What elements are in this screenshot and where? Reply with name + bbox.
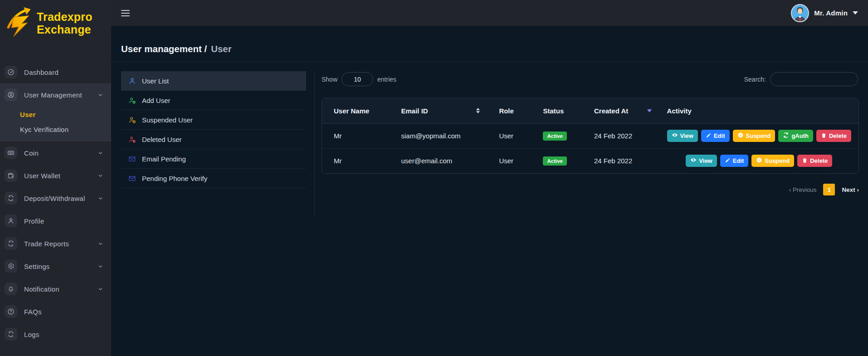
cell-activity: View Edit Suspend	[667, 123, 858, 148]
chevron-down-icon	[97, 240, 104, 247]
person-icon	[5, 215, 17, 227]
sidebar-group-user-management: User Management User Kyc Verification	[0, 83, 111, 141]
submenu-item-suspended-user[interactable]: Suspended User	[121, 110, 306, 130]
user-table-panel: Show 10 entries Search: User Name	[314, 71, 859, 216]
pencil-icon	[706, 132, 712, 140]
dashboard-icon	[5, 66, 17, 78]
show-label: Show	[322, 76, 337, 83]
sidebar-item-settings[interactable]: Settings	[0, 255, 111, 278]
sidebar-item-coin[interactable]: Coin	[0, 141, 111, 164]
edit-button[interactable]: Edit	[701, 130, 730, 142]
cell-role: User	[499, 123, 543, 148]
minus-circle-icon	[737, 132, 744, 140]
sidebar-item-trade-reports[interactable]: Trade Reports	[0, 232, 111, 255]
page-size-select[interactable]: 10	[341, 72, 373, 86]
breadcrumb-page: User	[211, 44, 232, 54]
submenu-item-email-pending[interactable]: Email Pending	[121, 149, 306, 169]
breadcrumb-section: User management /	[121, 44, 207, 54]
sidebar-item-label: User Management	[24, 91, 82, 99]
bell-icon	[5, 283, 17, 295]
avatar	[791, 4, 809, 22]
hamburger-menu-icon[interactable]	[121, 10, 130, 16]
header-created-at[interactable]: Created At	[594, 98, 667, 123]
sidebar-item-profile[interactable]: Profile	[0, 210, 111, 232]
header-email-id[interactable]: Email ID	[401, 98, 499, 123]
pagination-page-1[interactable]: 1	[823, 184, 835, 195]
sidebar-item-label: Trade Reports	[24, 240, 69, 248]
user-icon	[128, 77, 136, 85]
content-row: User List Add User Suspended User	[111, 62, 868, 216]
sidebar-item-label: Settings	[24, 263, 50, 270]
sidebar-item-faqs[interactable]: FAQs	[0, 300, 111, 323]
header-status[interactable]: Status	[543, 98, 594, 123]
header-role[interactable]: Role	[499, 98, 543, 123]
sidebar-item-label: Profile	[24, 217, 44, 225]
sidebar-subitem-kyc-verification[interactable]: Kyc Verification	[0, 122, 111, 137]
submenu-item-user-list[interactable]: User List	[121, 71, 306, 91]
button-label: Delete	[810, 157, 828, 164]
sidebar-item-label: Deposit/Withdrawal	[24, 195, 85, 202]
brand-name: Tradexpro Exchange	[37, 10, 93, 36]
sidebar-item-label: Logs	[24, 331, 39, 338]
user-remove-icon	[128, 136, 136, 143]
gauth-button[interactable]: gAuth	[778, 130, 813, 142]
status-badge: Active	[543, 132, 567, 141]
sidebar-item-notification[interactable]: Notification	[0, 278, 111, 300]
header-label: Created At	[594, 107, 628, 115]
trash-icon	[802, 157, 808, 165]
submenu-item-label: Add User	[142, 97, 171, 104]
cell-role: User	[499, 148, 543, 173]
pagination-previous[interactable]: ‹ Previous	[789, 186, 817, 193]
sidebar-item-dashboard[interactable]: Dashboard	[0, 61, 111, 83]
button-label: Edit	[733, 157, 744, 164]
sidebar-nav: Dashboard User Management User Kyc Verif…	[0, 45, 111, 346]
user-submenu: User List Add User Suspended User	[121, 71, 306, 188]
button-label: Delete	[829, 132, 847, 139]
delete-button[interactable]: Delete	[797, 155, 832, 167]
eye-icon	[690, 157, 697, 165]
pencil-icon	[725, 157, 731, 165]
pagination-next[interactable]: Next ›	[842, 186, 859, 193]
sort-desc-icon[interactable]	[647, 109, 652, 112]
sidebar-item-user-wallet[interactable]: User Wallet	[0, 164, 111, 187]
chevron-down-icon	[97, 92, 104, 98]
search-area: Search:	[744, 72, 858, 86]
brand-logo[interactable]: Tradexpro Exchange	[0, 0, 111, 45]
logs-sync-icon	[5, 328, 17, 341]
submenu-item-pending-phone-verify[interactable]: Pending Phone Verify	[121, 169, 306, 188]
chevron-down-icon	[97, 263, 104, 270]
edit-button[interactable]: Edit	[720, 155, 749, 167]
view-button[interactable]: View	[667, 130, 698, 142]
submenu-item-add-user[interactable]: Add User	[121, 91, 306, 110]
cell-status: Active	[543, 123, 594, 148]
sidebar-item-user-management[interactable]: User Management	[0, 83, 111, 106]
sidebar-item-label: User Wallet	[24, 172, 60, 180]
search-input[interactable]	[770, 72, 858, 86]
submenu-item-label: Deleted User	[142, 136, 182, 143]
table-row: Mr user@email.com User Active 24 Feb 202…	[322, 148, 858, 173]
user-minus-icon	[128, 116, 136, 124]
header-activity: Activity	[667, 98, 858, 123]
sidebar-item-deposit-withdrawal[interactable]: Deposit/Withdrawal	[0, 187, 111, 210]
suspend-button[interactable]: Suspend	[751, 155, 794, 167]
sidebar-subitem-user[interactable]: User	[0, 107, 111, 122]
user-table: User Name Email ID Role Status	[322, 98, 859, 174]
sidebar-item-label: FAQs	[24, 308, 42, 316]
chevron-down-icon	[97, 195, 104, 202]
view-button[interactable]: View	[686, 155, 717, 167]
table-header-row: User Name Email ID Role Status	[322, 98, 858, 123]
sidebar-item-logs[interactable]: Logs	[0, 323, 111, 346]
sidebar-item-label: Notification	[24, 285, 59, 293]
sort-icon[interactable]	[476, 108, 480, 113]
topbar: Mr. Admin	[111, 0, 868, 26]
coin-icon	[5, 146, 17, 159]
suspend-button[interactable]: Suspend	[733, 130, 775, 142]
user-menu[interactable]: Mr. Admin	[791, 4, 858, 22]
gear-icon	[5, 260, 17, 273]
header-user-name[interactable]: User Name	[322, 98, 401, 123]
breadcrumb: User management / User	[111, 26, 868, 62]
submenu-item-deleted-user[interactable]: Deleted User	[121, 130, 306, 149]
button-label: Edit	[714, 132, 725, 139]
table-controls: Show 10 entries Search:	[322, 72, 858, 86]
delete-button[interactable]: Delete	[816, 130, 851, 142]
